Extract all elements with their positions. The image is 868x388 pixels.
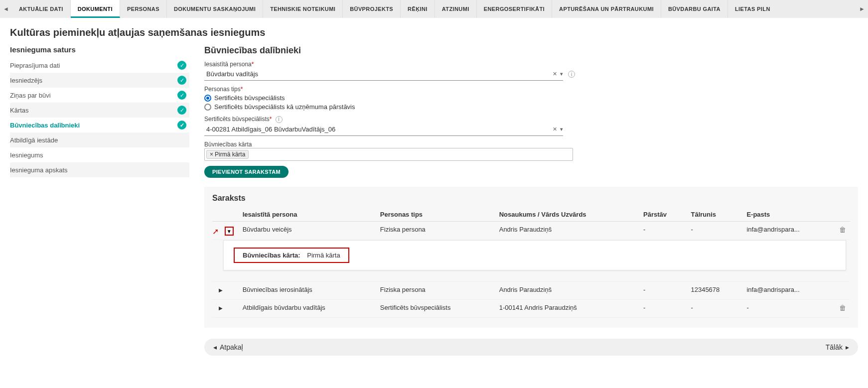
participants-table: Iesaistītā persona Personas tips Nosauku… [212,208,850,318]
tab-rekini[interactable]: RĒĶINI [401,0,435,18]
stage-field-label: Būvniecības kārta [204,141,858,148]
info-icon[interactable]: i [568,71,575,78]
cell-phone: 12345678 [687,281,742,299]
annotation-arrow: ➚ [212,227,219,236]
tab-buvprojekts[interactable]: BŪVPROJEKTS [343,0,401,18]
row-expander[interactable]: ▶ [216,286,225,295]
detail-label: Būvniecības kārta: [243,252,300,259]
sidebar-item-label: Atbildīgā iestāde [10,136,58,144]
radio-label: Sertificēts būvspeciālists kā uzņēmuma p… [214,103,355,111]
specialist-select[interactable]: 4-00281 Atbildīgais_06 BūvdarbuVadītājs_… [204,123,563,136]
cell-role: Būvniecības ierosinātājs [239,281,376,299]
tag-remove-icon[interactable]: × [210,151,213,158]
cell-name: 1-00141 Andris Paraudziņš [495,299,639,317]
tab-aktualie-dati[interactable]: AKTUĀLIE DATI [12,0,71,18]
sidebar-item-label: Iesniedzējs [10,77,42,84]
sidebar-item-pieprasijuma-dati[interactable]: Pieprasījuma dati ✓ [10,58,189,73]
top-tabs: ◄ AKTUĀLIE DATI DOKUMENTI PERSONAS DOKUM… [0,0,868,18]
cell-represents: - [639,221,687,240]
radio-icon [204,104,211,111]
sidebar-item-iesnieguma-apskats[interactable]: Iesnieguma apskats [10,162,189,177]
check-icon: ✓ [177,91,186,100]
sidebar-item-label: Pieprasījuma dati [10,62,60,69]
sidebar-item-zinas-par-buvi[interactable]: Ziņas par būvi ✓ [10,88,189,103]
row-expander[interactable]: ▶ [216,304,225,313]
sidebar-item-iesniedzejs[interactable]: Iesniedzējs ✓ [10,73,189,88]
info-icon[interactable]: i [276,116,283,123]
ptype-radio-company-rep[interactable]: Sertificēts būvspeciālists kā uzņēmuma p… [204,103,858,111]
col-represents: Pārstāv [639,208,687,222]
stage-tag-input[interactable]: × Pirmā kārta [204,148,573,161]
delete-row-icon[interactable]: 🗑 [839,226,846,234]
sidebar-item-atbildiga-iestade[interactable]: Atbildīgā iestāde [10,132,189,147]
cell-name: Andris Paraudziņš [495,221,639,240]
sidebar-item-label: Iesniegums [10,151,43,159]
tab-energosertifikati[interactable]: ENERGOSERTIFIKĀTI [477,0,552,18]
sidebar-item-iesniegums[interactable]: Iesniegums [10,147,189,162]
person-select[interactable]: Būvdarbu vadītājs ✕ ▾ [204,68,563,81]
tab-dokumenti[interactable]: DOKUMENTI [71,0,120,18]
stage-tag[interactable]: × Pirmā kārta [206,150,249,159]
sidebar-item-label: Kārtas [10,107,29,114]
tab-lietas-piln[interactable]: LIETAS PILN [728,0,777,18]
check-icon: ✓ [177,61,186,70]
sidebar-item-buvniecibas-dalibnieki[interactable]: Būvniecības dalībnieki ✓ [10,118,189,132]
add-to-list-button[interactable]: PIEVIENOT SARAKSTAM [204,166,289,178]
cell-email: - [742,299,835,317]
cell-email: infa@andrispara... [742,221,835,240]
cell-phone: - [687,299,742,317]
tabs-scroll-right[interactable]: ► [856,0,868,18]
clear-icon[interactable]: ✕ [553,71,557,77]
cell-role: Atbildīgais būvdarbu vadītājs [239,299,376,317]
list-title: Saraksts [212,194,850,203]
sidebar-item-label: Būvniecības dalībnieki [10,122,80,129]
cell-email: infa@andrispara... [742,281,835,299]
cell-name: Andris Paraudziņš [495,281,639,299]
radio-label: Sertificēts būvspeciālists [214,94,285,102]
tab-personas[interactable]: PERSONAS [120,0,167,18]
row-detail-panel: Būvniecības kārta: Pirmā kārta [223,240,846,270]
person-field-label: Iesaistītā persona* [204,61,858,68]
table-row-detail: Būvniecības kārta: Pirmā kārta [212,240,850,281]
tab-atzinumi[interactable]: ATZINUMI [435,0,477,18]
col-phone: Tālrunis [687,208,742,222]
radio-icon [204,95,211,102]
check-icon: ✓ [177,76,186,85]
cell-type: Fiziska persona [376,281,495,299]
chevron-down-icon[interactable]: ▾ [560,71,563,77]
chevron-down-icon[interactable]: ▾ [560,126,563,132]
tabs-scroll-left[interactable]: ◄ [0,0,12,18]
cell-type: Fiziska persona [376,221,495,240]
table-row: ➚ ▼ Būvdarbu veicējs Fiziska persona And… [212,221,850,240]
list-block: Saraksts Iesaistītā persona Personas tip… [204,187,858,328]
tab-dokumentu-saskanojumi[interactable]: DOKUMENTU SASKAŅOJUMI [167,0,263,18]
sidebar-item-kartas[interactable]: Kārtas ✓ [10,103,189,118]
delete-row-icon[interactable]: 🗑 [839,304,846,312]
col-type: Personas tips [376,208,495,222]
page-title: Kultūras pieminekļu atļaujas saņemšanas … [10,27,868,38]
next-button[interactable]: Tālāk ▸ [826,343,849,351]
cell-role: Būvdarbu veicējs [239,221,376,240]
detail-value: Pirmā kārta [307,252,340,259]
sidebar-item-label: Iesnieguma apskats [10,166,68,174]
row-expander[interactable]: ▼ [225,227,234,236]
clear-icon[interactable]: ✕ [553,126,557,132]
person-select-value: Būvdarbu vadītājs [204,69,553,79]
ptype-radio-certified[interactable]: Sertificēts būvspeciālists [204,94,858,102]
back-button[interactable]: ◂ Atpakaļ [213,343,243,351]
wizard-nav: ◂ Atpakaļ Tālāk ▸ [204,339,858,356]
tab-buvdarbu-gaita[interactable]: BŪVDARBU GAITA [661,0,728,18]
spec-field-label: Sertificēts būvspeciālists* i [204,116,858,123]
col-role: Iesaistītā persona [239,208,376,222]
ptype-field-label: Personas tips* [204,86,858,93]
tag-label: Pirmā kārta [215,151,245,158]
cell-represents: - [639,281,687,299]
cell-phone: - [687,221,742,240]
tab-apturesana[interactable]: APTURĒŠANA UN PĀRTRAUKUMI [552,0,661,18]
col-name: Nosaukums / Vārds Uzvārds [495,208,639,222]
section-title: Būvniecības dalībnieki [204,45,858,56]
tab-tehniskie-noteikumi[interactable]: TEHNISKIE NOTEIKUMI [263,0,343,18]
check-icon: ✓ [177,121,186,129]
cell-type: Sertificēts būvspeciālists [376,299,495,317]
chevron-left-icon: ◂ [213,343,217,351]
